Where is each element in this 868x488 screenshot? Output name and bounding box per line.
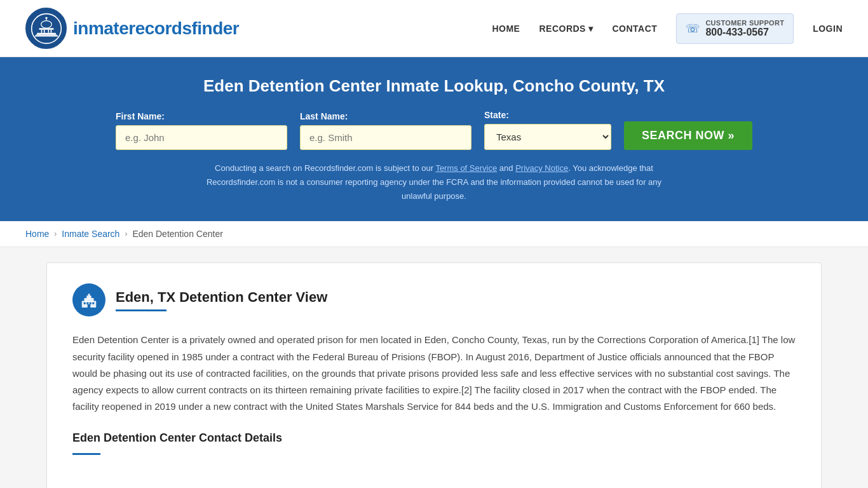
- logo-area: inmaterecordsfinder: [25, 8, 239, 49]
- customer-support-button[interactable]: ☏ CUSTOMER SUPPORT 800-433-0567: [676, 13, 794, 44]
- title-underline: [116, 309, 166, 311]
- state-group: State: Texas: [484, 110, 611, 150]
- svg-rect-13: [85, 298, 94, 302]
- site-header: inmaterecordsfinder HOME RECORDS ▾ CONTA…: [0, 0, 868, 57]
- logo-text: inmaterecordsfinder: [73, 18, 239, 39]
- breadcrumb-home[interactable]: Home: [25, 229, 49, 239]
- svg-rect-18: [90, 302, 92, 304]
- svg-rect-4: [39, 28, 53, 30]
- last-name-group: Last Name:: [300, 111, 471, 150]
- section-heading: Eden, TX Detention Center View: [116, 289, 327, 306]
- privacy-link[interactable]: Privacy Notice: [515, 163, 568, 173]
- logo-icon: [25, 8, 67, 49]
- breadcrumb-current: Eden Detention Center: [132, 229, 222, 239]
- hero-title: Eden Detention Center Inmate Lookup, Con…: [25, 76, 843, 96]
- svg-rect-19: [92, 302, 94, 304]
- svg-rect-15: [88, 294, 90, 297]
- nav-home[interactable]: HOME: [492, 24, 520, 34]
- card-body: Eden Detention Center is a privately own…: [72, 332, 796, 455]
- first-name-input[interactable]: [116, 125, 287, 150]
- search-button[interactable]: SEARCH NOW »: [624, 121, 752, 150]
- svg-rect-9: [50, 29, 51, 32]
- hero-section: Eden Detention Center Inmate Lookup, Con…: [0, 57, 868, 221]
- first-name-group: First Name:: [116, 111, 287, 150]
- svg-point-3: [45, 17, 47, 18]
- search-form: First Name: Last Name: State: Texas SEAR…: [25, 110, 843, 150]
- phone-icon: ☏: [686, 22, 700, 36]
- nav-contact[interactable]: CONTACT: [612, 24, 657, 34]
- contact-subtitle: Eden Detention Center Contact Details: [72, 428, 796, 449]
- breadcrumb: Home › Inmate Search › Eden Detention Ce…: [0, 221, 868, 247]
- card-title-text: Eden, TX Detention Center View: [116, 289, 327, 311]
- state-select[interactable]: Texas: [484, 124, 611, 150]
- svg-rect-6: [41, 29, 42, 32]
- svg-rect-7: [43, 29, 44, 32]
- svg-rect-10: [36, 34, 57, 36]
- last-name-label: Last Name:: [300, 111, 348, 121]
- contact-underline: [72, 453, 100, 455]
- breadcrumb-sep-2: ›: [125, 229, 127, 238]
- chevron-down-icon: ▾: [588, 24, 593, 34]
- svg-rect-17: [86, 302, 88, 304]
- content-card: Eden, TX Detention Center View Eden Dete…: [46, 262, 822, 488]
- svg-rect-20: [88, 304, 91, 308]
- body-paragraph: Eden Detention Center is a privately own…: [72, 332, 796, 415]
- breadcrumb-inmate-search[interactable]: Inmate Search: [62, 229, 119, 239]
- breadcrumb-sep-1: ›: [54, 229, 57, 238]
- svg-rect-8: [48, 29, 49, 32]
- first-name-label: First Name:: [116, 111, 165, 121]
- main-content: Eden, TX Detention Center View Eden Dete…: [21, 262, 847, 488]
- last-name-input[interactable]: [300, 125, 471, 150]
- state-label: State:: [484, 110, 509, 120]
- support-info: CUSTOMER SUPPORT 800-433-0567: [705, 19, 784, 38]
- facility-icon: [72, 283, 105, 316]
- tos-link[interactable]: Terms of Service: [435, 163, 497, 173]
- hero-disclaimer: Conducting a search on Recordsfinder.com…: [25, 161, 843, 203]
- svg-rect-11: [34, 35, 58, 36]
- main-nav: HOME RECORDS ▾ CONTACT ☏ CUSTOMER SUPPOR…: [492, 13, 843, 44]
- card-title-area: Eden, TX Detention Center View: [72, 283, 796, 316]
- svg-rect-5: [37, 32, 56, 34]
- svg-rect-16: [84, 302, 86, 304]
- nav-login[interactable]: LOGIN: [813, 24, 843, 34]
- nav-records[interactable]: RECORDS ▾: [539, 24, 593, 34]
